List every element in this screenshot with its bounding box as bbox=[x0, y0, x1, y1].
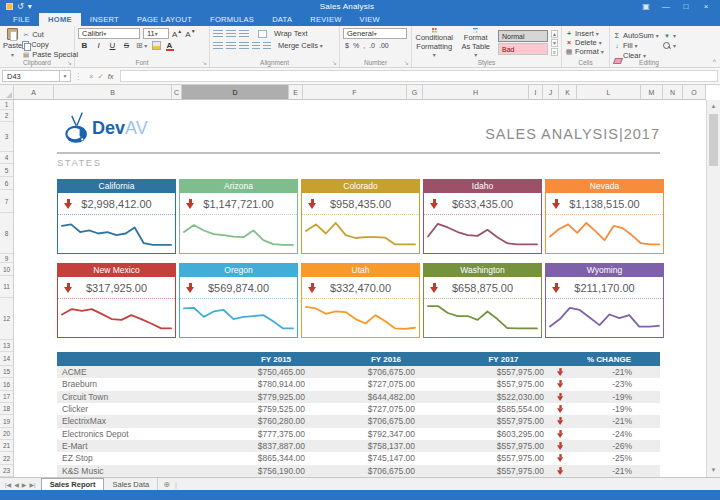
wrap-text-button[interactable]: Wrap Text bbox=[274, 29, 308, 38]
borders-icon[interactable]: ⊞ bbox=[136, 41, 147, 50]
sheet-tab-sales-report[interactable]: Sales Report bbox=[41, 478, 105, 490]
next-sheet-icon[interactable]: ▶ bbox=[22, 481, 27, 488]
style-bad[interactable]: Bad bbox=[498, 43, 548, 55]
worksheet[interactable]: 1234567891011121314151617181920212223 De… bbox=[0, 100, 720, 477]
row-header-17[interactable]: 17 bbox=[0, 391, 13, 403]
row-header-14[interactable]: 14 bbox=[0, 352, 13, 366]
clipboard-paste-special-button[interactable]: Paste Special bbox=[22, 50, 78, 59]
state-card-idaho[interactable]: Idaho $633,435.00 bbox=[423, 179, 542, 254]
ribbon-tab-data[interactable]: DATA bbox=[263, 13, 301, 26]
table-row-k-s-music[interactable]: K&S Music$756,190.00$706,675.00$557,975.… bbox=[57, 465, 660, 477]
font-size-select[interactable]: 11 bbox=[143, 28, 169, 39]
column-header-H[interactable]: H bbox=[423, 85, 529, 99]
clipboard-cut-button[interactable]: Cut bbox=[22, 30, 78, 39]
row-header-5[interactable]: 5 bbox=[0, 164, 13, 177]
font-color-icon[interactable]: A bbox=[166, 41, 172, 50]
ribbon-tab-view[interactable]: VIEW bbox=[351, 13, 389, 26]
number-format-icon[interactable]: $ bbox=[345, 42, 349, 49]
state-card-new-mexico[interactable]: New Mexico $317,925.00 bbox=[57, 263, 176, 338]
column-header-N[interactable]: N bbox=[663, 85, 683, 99]
row-header-7[interactable]: 7 bbox=[0, 190, 13, 213]
row-header-12[interactable]: 12 bbox=[0, 298, 13, 340]
new-sheet-button[interactable]: ⊕ bbox=[158, 478, 175, 490]
save-icon[interactable] bbox=[6, 3, 13, 10]
strikethrough-button[interactable]: S bbox=[122, 41, 131, 50]
column-header-O[interactable]: O bbox=[683, 85, 706, 99]
row-header-2[interactable]: 2 bbox=[0, 110, 13, 122]
column-header-B[interactable]: B bbox=[54, 85, 172, 99]
autosum-button[interactable]: AutoSum bbox=[613, 31, 659, 40]
ribbon-tab-review[interactable]: REVIEW bbox=[301, 13, 350, 26]
sort-filter-button[interactable] bbox=[663, 31, 676, 40]
ribbon-display-options-icon[interactable]: ▣ bbox=[636, 2, 656, 11]
row-header-8[interactable]: 8 bbox=[0, 213, 13, 254]
row-header-11[interactable]: 11 bbox=[0, 276, 13, 298]
table-row-electrixmax[interactable]: ElectrixMax$760,280.00$706,675.00$557,97… bbox=[57, 415, 660, 427]
align-center-icon[interactable] bbox=[226, 42, 236, 50]
column-header-G[interactable]: G bbox=[407, 85, 423, 99]
row-header-13[interactable]: 13 bbox=[0, 340, 13, 352]
row-header-3[interactable]: 3 bbox=[0, 122, 13, 152]
scrollbar-thumb[interactable] bbox=[709, 114, 718, 166]
formula-input[interactable] bbox=[120, 70, 718, 82]
align-left-icon[interactable] bbox=[213, 42, 223, 50]
state-card-california[interactable]: California $2,998,412.00 bbox=[57, 179, 176, 254]
decrease-indent-icon[interactable] bbox=[252, 42, 260, 50]
column-header-K[interactable]: K bbox=[559, 85, 577, 99]
table-row-electronics-depot[interactable]: Electronics Depot$777,375.00$792,347.00$… bbox=[57, 428, 660, 440]
undo-icon[interactable]: ↺ bbox=[17, 2, 24, 11]
fill-color-icon[interactable] bbox=[152, 41, 161, 50]
table-row-e-mart[interactable]: E-Mart$837,887.00$758,137.00$557,975.00-… bbox=[57, 440, 660, 452]
align-right-icon[interactable] bbox=[239, 42, 249, 50]
row-header-16[interactable]: 16 bbox=[0, 378, 13, 391]
close-button[interactable]: × bbox=[696, 2, 716, 11]
state-card-nevada[interactable]: Nevada $1,138,515.00 bbox=[545, 179, 664, 254]
insert-cells-button[interactable]: +Insert bbox=[565, 29, 606, 38]
cancel-entry-icon[interactable]: × bbox=[89, 72, 93, 81]
row-header-6[interactable]: 6 bbox=[0, 177, 13, 190]
gallery-down-icon[interactable]: ▼ bbox=[551, 39, 558, 47]
number-format-select[interactable]: General bbox=[343, 28, 407, 39]
table-row-braeburn[interactable]: Braeburn$780,914.00$727,075.00$557,975.0… bbox=[57, 378, 660, 390]
scroll-up-icon[interactable]: ▲ bbox=[707, 100, 720, 113]
scroll-down-icon[interactable]: ▼ bbox=[707, 464, 720, 477]
sheet-tab-sales-data[interactable]: Sales Data bbox=[104, 478, 158, 490]
conditional-formatting-button[interactable]: Conditional Formatting bbox=[415, 28, 453, 58]
column-header-D[interactable]: D bbox=[182, 85, 289, 99]
column-header-C[interactable]: C bbox=[172, 85, 182, 99]
ribbon-tab-home[interactable]: HOME bbox=[39, 13, 81, 26]
table-row-acme[interactable]: ACME$750,465.00$706,675.00$557,975.00-21… bbox=[57, 366, 660, 378]
delete-cells-button[interactable]: ×Delete bbox=[565, 38, 606, 47]
row-header-21[interactable]: 21 bbox=[0, 440, 13, 452]
increase-font-icon[interactable]: A▲ bbox=[172, 28, 182, 39]
state-card-wyoming[interactable]: Wyoming $211,170.00 bbox=[545, 263, 664, 338]
alignment-dialog-launcher-icon[interactable]: ↘ bbox=[332, 59, 337, 66]
ribbon-tab-insert[interactable]: INSERT bbox=[81, 13, 128, 26]
decrease-font-icon[interactable]: A▼ bbox=[185, 28, 195, 39]
accept-entry-icon[interactable]: ✓ bbox=[97, 72, 103, 81]
paste-button[interactable]: Paste bbox=[3, 28, 22, 58]
qat-customize-icon[interactable]: ▾ bbox=[28, 2, 32, 11]
ribbon-tab-page-layout[interactable]: PAGE LAYOUT bbox=[128, 13, 201, 26]
number-format-icon[interactable]: .00 bbox=[379, 42, 389, 49]
last-sheet-icon[interactable]: ▶| bbox=[29, 481, 35, 488]
find-select-button[interactable] bbox=[663, 41, 676, 50]
font-name-select[interactable]: Calibri bbox=[78, 28, 140, 39]
first-sheet-icon[interactable]: |◀ bbox=[5, 481, 11, 488]
column-header-I[interactable]: I bbox=[529, 85, 543, 99]
name-box[interactable]: D43 bbox=[2, 70, 60, 82]
ribbon-tab-file[interactable]: FILE bbox=[4, 13, 39, 26]
column-header-L[interactable]: L bbox=[577, 85, 641, 99]
state-card-colorado[interactable]: Colorado $958,435.00 bbox=[301, 179, 420, 254]
state-card-washington[interactable]: Washington $658,875.00 bbox=[423, 263, 542, 338]
wrap-text-icon[interactable] bbox=[258, 30, 267, 38]
column-header-A[interactable]: A bbox=[14, 85, 54, 99]
ribbon-tab-formulas[interactable]: FORMULAS bbox=[201, 13, 263, 26]
clipboard-dialog-launcher-icon[interactable]: ↘ bbox=[67, 59, 72, 66]
name-box-dropdown-icon[interactable]: ▼ bbox=[60, 70, 71, 82]
number-format-icon[interactable]: , bbox=[363, 42, 365, 49]
format-as-table-button[interactable]: Format As Table bbox=[456, 28, 494, 58]
formula-bar-splitter[interactable]: ⋮ bbox=[71, 72, 85, 81]
minimize-button[interactable]: — bbox=[656, 2, 676, 11]
vertical-scrollbar[interactable]: ▲ ▼ bbox=[706, 100, 720, 477]
